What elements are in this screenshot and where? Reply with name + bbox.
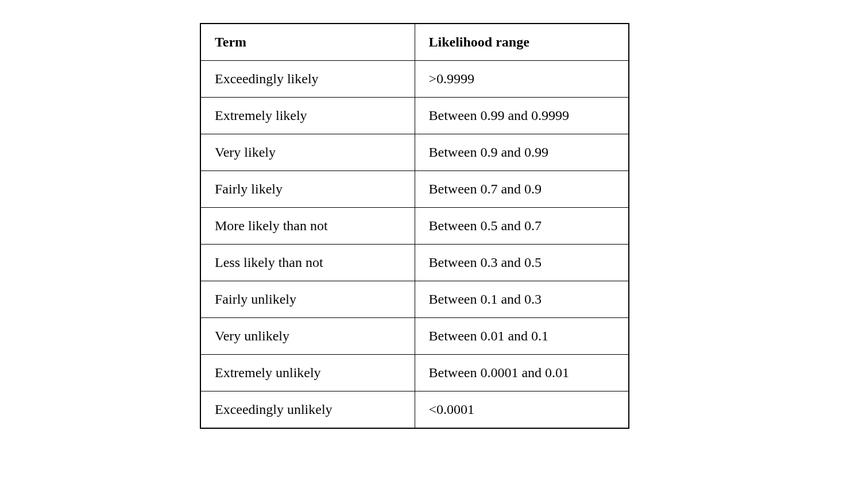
cell-term: Exceedingly likely <box>200 61 415 98</box>
header-term: Term <box>200 24 415 61</box>
cell-range: <0.0001 <box>415 391 629 429</box>
cell-range: Between 0.5 and 0.7 <box>415 208 629 245</box>
table-body: Exceedingly likely >0.9999 Extremely lik… <box>200 61 629 429</box>
table-row: More likely than not Between 0.5 and 0.7 <box>200 208 629 245</box>
table-row: Very likely Between 0.9 and 0.99 <box>200 134 629 171</box>
cell-range: Between 0.1 and 0.3 <box>415 281 629 318</box>
cell-range: Between 0.9 and 0.99 <box>415 134 629 171</box>
cell-range: Between 0.3 and 0.5 <box>415 245 629 281</box>
cell-term: Fairly unlikely <box>200 281 415 318</box>
likelihood-table: Term Likelihood range Exceedingly likely… <box>200 23 629 429</box>
header-range: Likelihood range <box>415 24 629 61</box>
cell-range: Between 0.99 and 0.9999 <box>415 98 629 134</box>
cell-range: Between 0.7 and 0.9 <box>415 171 629 208</box>
table-row: Fairly unlikely Between 0.1 and 0.3 <box>200 281 629 318</box>
cell-term: Extremely likely <box>200 98 415 134</box>
table-row: Very unlikely Between 0.01 and 0.1 <box>200 318 629 355</box>
table-row: Extremely unlikely Between 0.0001 and 0.… <box>200 355 629 391</box>
cell-term: Less likely than not <box>200 245 415 281</box>
cell-range: >0.9999 <box>415 61 629 98</box>
cell-term: Extremely unlikely <box>200 355 415 391</box>
table-row: Exceedingly unlikely <0.0001 <box>200 391 629 429</box>
table-row: Exceedingly likely >0.9999 <box>200 61 629 98</box>
table-row: Less likely than not Between 0.3 and 0.5 <box>200 245 629 281</box>
cell-range: Between 0.0001 and 0.01 <box>415 355 629 391</box>
table-header-row: Term Likelihood range <box>200 24 629 61</box>
cell-term: More likely than not <box>200 208 415 245</box>
cell-term: Fairly likely <box>200 171 415 208</box>
cell-term: Exceedingly unlikely <box>200 391 415 429</box>
table-row: Fairly likely Between 0.7 and 0.9 <box>200 171 629 208</box>
cell-range: Between 0.01 and 0.1 <box>415 318 629 355</box>
table-row: Extremely likely Between 0.99 and 0.9999 <box>200 98 629 134</box>
cell-term: Very likely <box>200 134 415 171</box>
cell-term: Very unlikely <box>200 318 415 355</box>
